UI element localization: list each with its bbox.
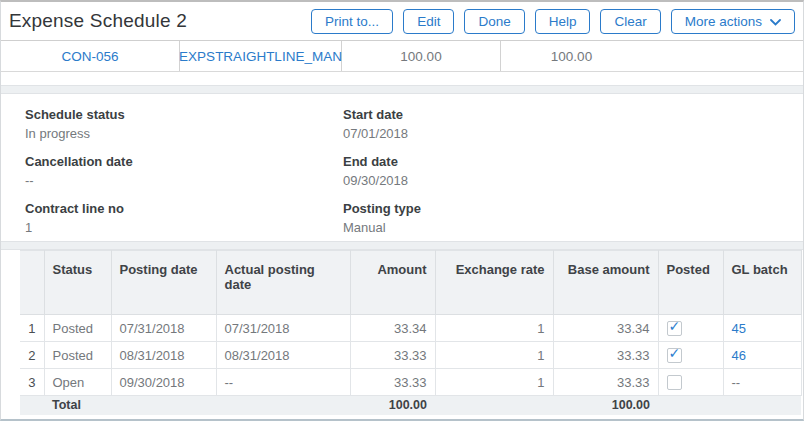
table-row: 3 Open 09/30/2018 -- 33.33 1 33.33 -- [20, 369, 801, 396]
base-amount-header: Base amount [553, 251, 658, 315]
field-label: Schedule status [25, 107, 343, 122]
print-to-button[interactable]: Print to... [311, 9, 393, 34]
edit-button[interactable]: Edit [403, 9, 454, 34]
field-value: 1 [25, 220, 343, 235]
page-header: Expense Schedule 2 Print to... Edit Done… [1, 2, 803, 41]
posted-checkbox[interactable]: ✓ [667, 348, 682, 363]
posting-date-cell: 07/31/2018 [111, 315, 216, 342]
posting-date-cell: 08/31/2018 [111, 342, 216, 369]
schedule-status-field: Schedule status In progress [25, 107, 343, 141]
spacer [1, 72, 803, 85]
amount-cell: 33.33 [350, 342, 435, 369]
field-value: In progress [25, 126, 343, 141]
postings-table-wrap: Status Posting date Actual posting date … [20, 250, 801, 415]
field-value: -- [25, 173, 343, 188]
start-date-field: Start date 07/01/2018 [343, 107, 803, 141]
exchange-rate-cell: 1 [435, 315, 553, 342]
actual-posting-date-cell: 07/31/2018 [216, 315, 350, 342]
gl-batch-cell: 46 [723, 342, 801, 369]
chevron-down-icon [770, 14, 781, 29]
posted-header: Posted [658, 251, 723, 315]
status-cell: Posted [44, 342, 111, 369]
page-title: Expense Schedule 2 [9, 10, 187, 32]
total-amount: 100.00 [350, 396, 435, 415]
record-amount-value: 100.00 [400, 49, 441, 64]
record-base-amount-cell: 100.00 [501, 41, 642, 71]
more-actions-button[interactable]: More actions [671, 9, 795, 34]
postings-table: Status Posting date Actual posting date … [20, 250, 802, 415]
more-actions-label: More actions [685, 14, 762, 29]
row-number: 2 [20, 342, 44, 369]
amount-cell: 33.34 [350, 315, 435, 342]
record-contract-cell: CON-056 [1, 41, 180, 71]
total-label: Total [44, 396, 350, 415]
check-icon: ✓ [669, 345, 681, 362]
posted-checkbox[interactable] [667, 375, 682, 390]
gl-batch-cell: 45 [723, 315, 801, 342]
posting-date-header: Posting date [111, 251, 216, 315]
status-header: Status [44, 251, 111, 315]
done-button[interactable]: Done [464, 9, 524, 34]
posted-cell [658, 369, 723, 396]
gl-batch-link[interactable]: 45 [732, 321, 746, 336]
schedule-details-panel: Schedule status In progress Cancellation… [1, 94, 803, 241]
exchange-rate-cell: 1 [435, 342, 553, 369]
selected-record-row: CON-056 EXPSTRAIGHTLINE_MAN 100.00 100.0… [1, 41, 803, 72]
gl-batch-cell: -- [723, 369, 801, 396]
record-item-cell: EXPSTRAIGHTLINE_MAN [180, 41, 342, 71]
gl-batch-header: GL batch [723, 251, 801, 315]
posting-type-field: Posting type Manual [343, 201, 803, 235]
end-date-field: End date 09/30/2018 [343, 154, 803, 188]
posted-cell: ✓ [658, 315, 723, 342]
actual-posting-date-cell: 08/31/2018 [216, 342, 350, 369]
section-divider [1, 85, 803, 94]
row-number-header [20, 251, 44, 315]
toolbar: Print to... Edit Done Help Clear More ac… [311, 9, 795, 34]
contract-line-no-field: Contract line no 1 [25, 201, 343, 235]
gl-batch-link[interactable]: 46 [732, 348, 746, 363]
base-amount-cell: 33.34 [553, 315, 658, 342]
contract-id-link[interactable]: CON-056 [61, 49, 118, 64]
total-spacer [435, 396, 553, 415]
total-base-amount: 100.00 [553, 396, 658, 415]
table-header-row: Status Posting date Actual posting date … [20, 251, 801, 315]
field-value: 07/01/2018 [343, 126, 803, 141]
base-amount-cell: 33.33 [553, 369, 658, 396]
posted-cell: ✓ [658, 342, 723, 369]
field-label: Contract line no [25, 201, 343, 216]
actual-posting-date-cell: -- [216, 369, 350, 396]
total-row: Total 100.00 100.00 [20, 396, 801, 415]
status-cell: Posted [44, 315, 111, 342]
amount-header: Amount [350, 251, 435, 315]
clear-button[interactable]: Clear [600, 9, 660, 34]
status-cell: Open [44, 369, 111, 396]
field-label: Posting type [343, 201, 803, 216]
item-id-link[interactable]: EXPSTRAIGHTLINE_MAN [179, 49, 342, 64]
posting-date-cell: 09/30/2018 [111, 369, 216, 396]
table-row: 2 Posted 08/31/2018 08/31/2018 33.33 1 3… [20, 342, 801, 369]
details-left-column: Schedule status In progress Cancellation… [25, 107, 343, 248]
row-number: 1 [20, 315, 44, 342]
row-number: 3 [20, 369, 44, 396]
cancellation-date-field: Cancellation date -- [25, 154, 343, 188]
expense-schedule-page: Expense Schedule 2 Print to... Edit Done… [0, 0, 804, 421]
record-base-amount-value: 100.00 [551, 49, 592, 64]
total-spacer [20, 396, 44, 415]
table-row: 1 Posted 07/31/2018 07/31/2018 33.34 1 3… [20, 315, 801, 342]
actual-posting-date-header: Actual posting date [216, 251, 350, 315]
field-value: 09/30/2018 [343, 173, 803, 188]
exchange-rate-header: Exchange rate [435, 251, 553, 315]
field-label: Start date [343, 107, 803, 122]
help-button[interactable]: Help [535, 9, 591, 34]
total-spacer [658, 396, 723, 415]
record-amount-cell: 100.00 [342, 41, 501, 71]
exchange-rate-cell: 1 [435, 369, 553, 396]
gl-batch-empty: -- [732, 375, 741, 390]
posted-checkbox[interactable]: ✓ [667, 321, 682, 336]
check-icon: ✓ [669, 318, 681, 335]
field-value: Manual [343, 220, 803, 235]
amount-cell: 33.33 [350, 369, 435, 396]
field-label: End date [343, 154, 803, 169]
base-amount-cell: 33.33 [553, 342, 658, 369]
details-right-column: Start date 07/01/2018 End date 09/30/201… [343, 107, 803, 248]
